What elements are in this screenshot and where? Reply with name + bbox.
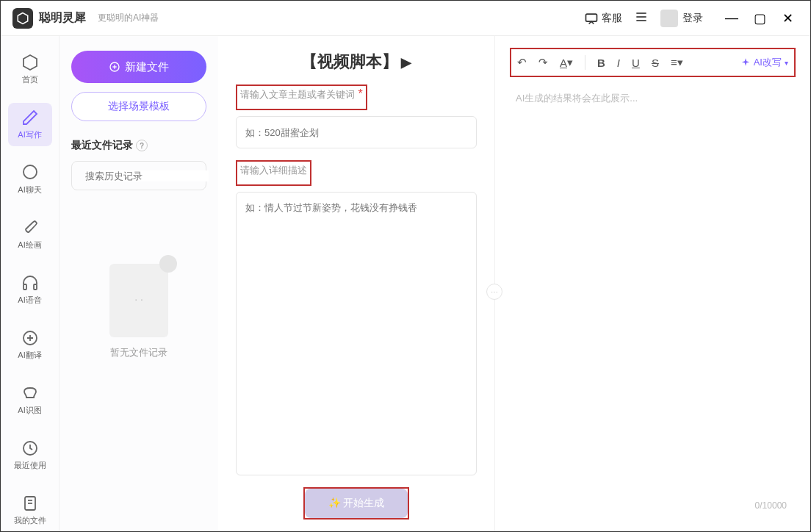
window-controls: — ▢ ✕ — [721, 7, 799, 29]
generate-button-highlight: ✨ 开始生成 — [303, 487, 409, 520]
new-file-button[interactable]: 新建文件 — [71, 51, 206, 83]
brush-icon — [21, 219, 39, 237]
toolbar-divider — [585, 55, 585, 70]
sidebar-item-translate[interactable]: AI翻译 — [8, 323, 52, 367]
minimize-button[interactable]: — — [721, 7, 743, 29]
page-title: 【视频脚本】▶ — [236, 51, 477, 73]
recent-files-title: 最近文件记录 ? — [71, 139, 206, 152]
svg-rect-5 — [24, 284, 26, 290]
panel-center: 【视频脚本】▶ 请输入文章主题或者关键词 * 请输入详细描述 ✨ 开始生成 ⋯ — [218, 36, 494, 531]
underline-button[interactable]: U — [632, 57, 640, 69]
titlebar: 聪明灵犀 更聪明的AI神器 客服 登录 — ▢ ✕ — [1, 1, 810, 36]
search-box[interactable] — [71, 161, 206, 190]
app-tagline: 更聪明的AI神器 — [98, 12, 159, 24]
topic-input[interactable] — [236, 116, 477, 148]
app-name: 聪明灵犀 — [39, 10, 86, 26]
sidebar-item-voice[interactable]: AI语音 — [8, 268, 52, 312]
sidebar-item-image[interactable]: AI识图 — [8, 378, 52, 422]
ai-rewrite-button[interactable]: AI改写▾ — [740, 56, 788, 69]
titlebar-right: 客服 登录 — ▢ ✕ — [584, 7, 799, 29]
hamburger-icon — [634, 10, 649, 24]
empty-state: · · 暂无文件记录 — [71, 264, 206, 359]
sparkle-icon — [740, 57, 751, 68]
help-icon[interactable]: ? — [136, 140, 148, 151]
empty-illustration: · · — [109, 264, 168, 337]
app-logo-icon — [12, 8, 33, 29]
translate-icon — [21, 329, 39, 347]
logo-area: 聪明灵犀 更聪明的AI神器 — [12, 8, 159, 29]
sidebar-item-home[interactable]: 首页 — [8, 48, 52, 91]
title-arrow-icon[interactable]: ▶ — [401, 55, 411, 70]
customer-service-button[interactable]: 客服 — [584, 11, 622, 26]
empty-text: 暂无文件记录 — [110, 346, 167, 359]
field2-label: 请输入详细描述 — [240, 164, 307, 177]
avatar-icon — [660, 10, 678, 27]
bold-button[interactable]: B — [597, 57, 605, 69]
clock-icon — [21, 439, 39, 457]
redo-button[interactable]: ↷ — [538, 56, 548, 69]
main-area: 首页 AI写作 AI聊天 AI绘画 AI语音 AI翻译 AI识图 最近使用 — [1, 36, 810, 531]
menu-button[interactable] — [634, 10, 649, 27]
undo-button[interactable]: ↶ — [517, 56, 527, 69]
align-button[interactable]: ≡▾ — [671, 56, 683, 69]
sidebar-item-writing[interactable]: AI写作 — [8, 103, 52, 146]
output-area[interactable]: AI生成的结果将会在此展示... 0/10000 — [510, 89, 796, 517]
panel-collapse-button[interactable]: ⋯ — [486, 284, 502, 300]
italic-button[interactable]: I — [617, 57, 620, 69]
generate-button[interactable]: ✨ 开始生成 — [305, 489, 408, 518]
login-button[interactable]: 登录 — [660, 10, 703, 27]
field2-label-highlight: 请输入详细描述 — [236, 160, 311, 186]
sidebar-item-recent[interactable]: 最近使用 — [8, 434, 52, 477]
toolbar: ↶ ↷ A▾ B I U S ≡▾ AI改写▾ — [510, 48, 796, 77]
chat-icon — [584, 11, 599, 26]
sidebar: 首页 AI写作 AI聊天 AI绘画 AI语音 AI翻译 AI识图 最近使用 — [1, 36, 60, 531]
panel-left: 新建文件 选择场景模板 最近文件记录 ? · · 暂无文件记录 — [60, 36, 218, 531]
output-placeholder: AI生成的结果将会在此展示... — [516, 93, 638, 104]
chat-bubble-icon — [21, 164, 39, 181]
sidebar-item-chat[interactable]: AI聊天 — [8, 158, 52, 201]
image-icon — [21, 384, 39, 402]
file-icon — [21, 495, 39, 512]
sidebar-item-draw[interactable]: AI绘画 — [8, 213, 52, 256]
strike-button[interactable]: S — [652, 57, 659, 69]
scene-template-button[interactable]: 选择场景模板 — [71, 92, 206, 121]
description-textarea[interactable] — [236, 192, 477, 475]
toolbar-left: ↶ ↷ A▾ B I U S ≡▾ — [517, 55, 683, 70]
char-count: 0/10000 — [755, 500, 787, 511]
panel-right: ↶ ↷ A▾ B I U S ≡▾ AI改写▾ AI生成的结果将会在此展示...… — [494, 36, 810, 531]
font-color-button[interactable]: A▾ — [560, 56, 573, 69]
headphones-icon — [21, 274, 39, 292]
svg-rect-0 — [586, 14, 597, 21]
field1-label: 请输入文章主题或者关键词 — [240, 88, 355, 101]
sidebar-item-myfiles[interactable]: 我的文件 — [8, 489, 52, 532]
search-input[interactable] — [85, 170, 209, 181]
home-icon — [21, 54, 39, 71]
pencil-icon — [21, 109, 39, 126]
maximize-button[interactable]: ▢ — [749, 7, 771, 29]
close-button[interactable]: ✕ — [776, 7, 799, 29]
svg-rect-6 — [34, 284, 37, 290]
plus-circle-icon — [109, 61, 120, 73]
field1-label-highlight: 请输入文章主题或者关键词 * — [236, 85, 367, 110]
